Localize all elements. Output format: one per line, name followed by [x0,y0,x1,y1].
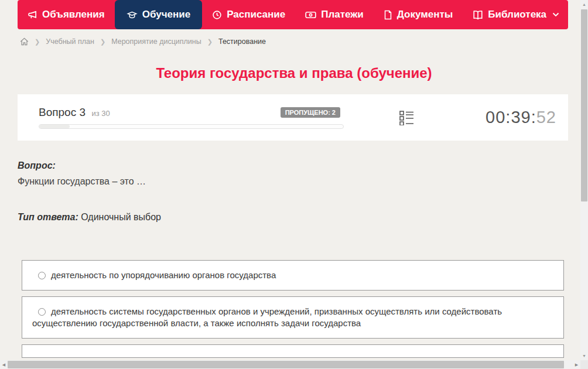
question-number-label: Вопрос 3 [39,106,86,118]
answer-type-value: Одиночный выбор [81,212,161,222]
megaphone-icon [28,10,37,20]
question-text: Функции государства – это … [18,176,568,187]
progress-bar-fill [39,125,70,128]
scrollbar-corner [580,360,588,369]
answer-option-label: деятельность системы государственных орг… [32,306,502,328]
timer-hours-minutes: 00:39: [486,108,536,127]
timer-seconds: 52 [536,108,556,127]
nav-item-label: Библиотека [488,9,546,20]
answer-option-1[interactable]: деятельность по упорядочиванию органов г… [22,260,564,291]
question-list-icon[interactable] [399,110,414,125]
scroll-up-arrow[interactable]: ▲ [580,0,588,9]
question-progress-area: Вопрос 3 из 30 ПРОПУЩЕНО: 2 [39,106,344,129]
vertical-scrollbar-thumb[interactable] [581,9,587,201]
chevron-down-icon [552,12,559,17]
timer: 00:39:52 [486,108,556,127]
horizontal-scrollbar-thumb[interactable] [8,361,564,368]
vertical-scrollbar[interactable]: ▲ ▼ [580,0,588,360]
banknote-icon [305,10,316,20]
nav-item-learning[interactable]: Обучение [115,0,202,29]
scroll-left-arrow[interactable]: ◀ [0,360,8,369]
scroll-right-arrow[interactable]: ▶ [573,360,580,369]
chevron-right-icon: ❯ [100,38,105,46]
answer-options: деятельность по упорядочиванию органов г… [22,260,564,358]
question-header-card: Вопрос 3 из 30 ПРОПУЩЕНО: 2 00:39:52 [18,94,568,141]
answer-type-label: Тип ответа: [18,212,78,222]
question-number: Вопрос 3 из 30 [39,106,110,119]
graduation-cap-icon [127,10,138,20]
answer-option-3[interactable] [22,344,564,358]
breadcrumb-discipline-event[interactable]: Мероприятие дисциплины [111,37,201,46]
clock-icon [212,10,222,20]
nav-item-documents[interactable]: Документы [374,0,463,29]
nav-item-label: Документы [397,9,453,20]
scroll-down-arrow[interactable]: ▼ [580,351,588,360]
question-body: Вопрос: Функции государства – это … Тип … [18,160,568,223]
chevron-right-icon: ❯ [35,38,40,46]
nav-item-library[interactable]: Библиотека [463,0,569,29]
home-icon[interactable] [20,37,29,46]
radio-button[interactable] [38,308,46,316]
nav-item-label: Обучение [142,9,190,20]
page-title: Теория государства и права (обучение) [0,65,588,81]
horizontal-scrollbar[interactable]: ◀ ▶ [0,360,580,369]
nav-item-schedule[interactable]: Расписание [202,0,295,29]
skipped-badge: ПРОПУЩЕНО: 2 [281,107,340,118]
question-caption: Вопрос: [18,160,568,171]
book-icon [473,10,483,20]
chevron-right-icon: ❯ [207,38,213,46]
progress-bar [39,124,344,129]
answer-option-label: деятельность по упорядочиванию органов г… [51,270,276,280]
answer-option-2[interactable]: деятельность системы государственных орг… [22,296,564,339]
top-navbar: Объявления Обучение Расписание Платежи [18,0,568,29]
breadcrumb: ❯ Учебный план ❯ Мероприятие дисциплины … [20,37,588,46]
nav-item-label: Платежи [321,9,364,20]
nav-item-payments[interactable]: Платежи [295,0,374,29]
breadcrumb-study-plan[interactable]: Учебный план [46,37,94,46]
question-total-label: из 30 [91,109,110,118]
nav-item-label: Объявления [42,9,105,20]
radio-button[interactable] [38,272,46,279]
document-icon [384,10,392,20]
nav-item-announcements[interactable]: Объявления [18,0,115,29]
nav-item-label: Расписание [227,9,285,20]
breadcrumb-testing: Тестирование [218,37,266,46]
